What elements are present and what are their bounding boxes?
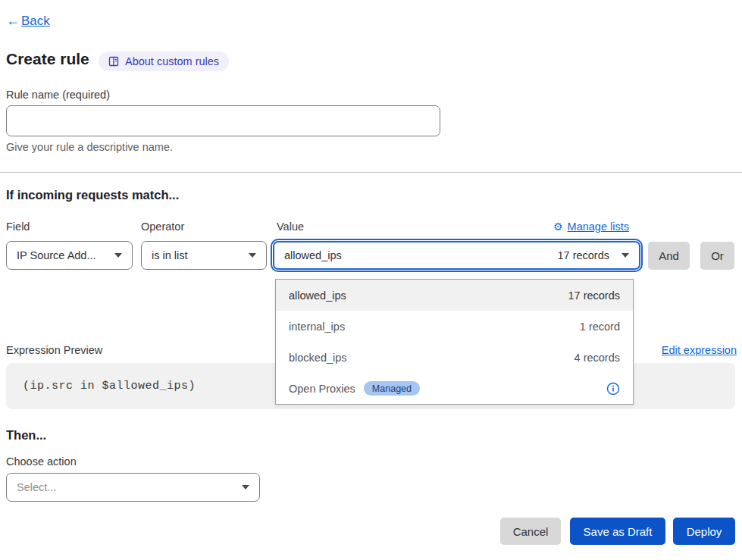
about-custom-rules-label: About custom rules xyxy=(125,55,219,67)
section-divider xyxy=(0,172,742,173)
option-name: blocked_ips xyxy=(289,352,347,364)
option-records: 1 record xyxy=(580,321,620,333)
rule-name-input[interactable] xyxy=(6,105,440,136)
and-button[interactable]: And xyxy=(648,242,690,270)
field-label: Field xyxy=(6,221,30,233)
manage-lists-link[interactable]: ⚙ Manage lists xyxy=(553,221,629,233)
action-select-placeholder: Select... xyxy=(17,481,56,493)
dropdown-option-open-proxies[interactable]: Open Proxies Managed xyxy=(276,373,633,404)
chevron-down-icon xyxy=(242,485,249,490)
value-select[interactable]: allowed_ips 17 records xyxy=(273,241,640,270)
edit-expression-label: Edit expression xyxy=(662,344,737,356)
value-select-records: 17 records xyxy=(557,249,609,261)
expression-preview-label: Expression Preview xyxy=(6,344,102,356)
option-name: allowed_ips xyxy=(289,289,346,302)
option-records: 4 records xyxy=(575,352,620,364)
chevron-down-icon xyxy=(621,253,629,258)
operator-select[interactable]: is in list xyxy=(141,241,267,270)
info-icon[interactable] xyxy=(606,382,620,396)
back-arrow-icon: ← xyxy=(6,13,20,29)
cancel-button[interactable]: Cancel xyxy=(500,518,561,545)
operator-label: Operator xyxy=(141,221,184,233)
chevron-down-icon xyxy=(249,253,256,258)
rule-name-helper: Give your rule a descriptive name. xyxy=(6,141,173,153)
gear-icon: ⚙ xyxy=(553,221,563,233)
dropdown-option-internal-ips[interactable]: internal_ips 1 record xyxy=(276,311,633,342)
field-select-value: IP Source Add... xyxy=(17,249,96,261)
value-dropdown-panel: allowed_ips 17 records internal_ips 1 re… xyxy=(275,279,634,405)
then-section-heading: Then... xyxy=(6,428,46,443)
manage-lists-label: Manage lists xyxy=(568,221,629,233)
choose-action-label: Choose action xyxy=(6,455,77,468)
dropdown-option-blocked-ips[interactable]: blocked_ips 4 records xyxy=(276,342,633,373)
value-label: Value xyxy=(277,221,304,233)
match-section-heading: If incoming requests match... xyxy=(6,188,179,202)
edit-expression-link[interactable]: Edit expression xyxy=(662,344,737,356)
or-button[interactable]: Or xyxy=(700,242,734,270)
option-name: internal_ips xyxy=(289,321,345,333)
save-as-draft-button[interactable]: Save as Draft xyxy=(570,518,665,545)
operator-select-value: is in list xyxy=(152,249,188,261)
field-select[interactable]: IP Source Add... xyxy=(6,241,133,270)
back-label: Back xyxy=(21,14,50,29)
chevron-down-icon xyxy=(114,253,122,258)
book-icon xyxy=(108,56,119,67)
managed-badge: Managed xyxy=(364,381,420,396)
create-rule-page: ←Back Create rule About custom rules Rul… xyxy=(0,0,742,560)
value-select-value: allowed_ips xyxy=(284,249,342,261)
rule-name-label: Rule name (required) xyxy=(6,89,110,101)
page-title: Create rule xyxy=(6,50,89,68)
expression-code: (ip.src in $allowed_ips) xyxy=(23,380,196,393)
about-custom-rules-link[interactable]: About custom rules xyxy=(99,52,229,71)
back-link[interactable]: ←Back xyxy=(6,13,50,29)
option-name: Open Proxies xyxy=(289,383,355,395)
option-records: 17 records xyxy=(568,289,620,302)
dropdown-option-allowed-ips[interactable]: allowed_ips 17 records xyxy=(276,280,633,311)
action-select[interactable]: Select... xyxy=(6,473,260,502)
deploy-button[interactable]: Deploy xyxy=(673,518,735,545)
